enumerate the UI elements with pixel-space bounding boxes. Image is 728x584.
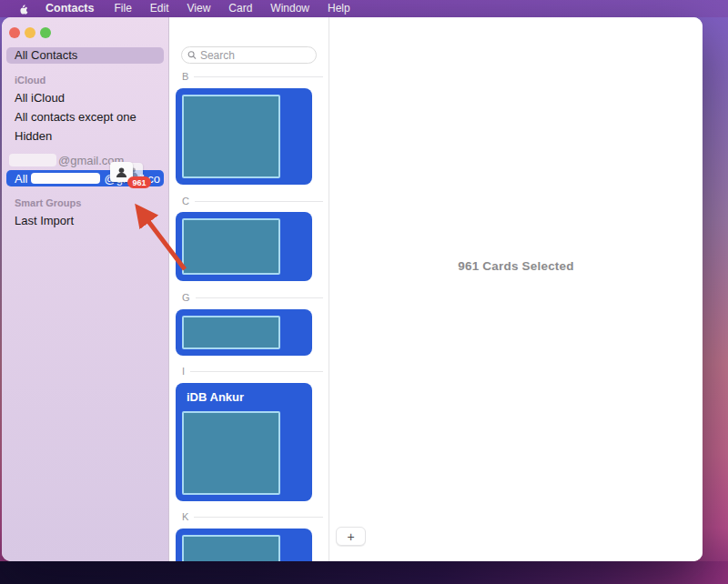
section-rule	[190, 371, 323, 372]
sidebar-item-all-contacts-except-one[interactable]: All contacts except one	[15, 110, 168, 125]
section-letter: I	[182, 366, 185, 377]
sidebar-item-all-icloud[interactable]: All iCloud	[15, 91, 168, 106]
sidebar-item-hidden[interactable]: Hidden	[15, 129, 168, 144]
menu-item-card[interactable]: Card	[219, 0, 261, 17]
contact-list-item-selected[interactable]	[176, 309, 312, 356]
close-button[interactable]	[9, 27, 20, 38]
redacted-contact-entry	[182, 535, 280, 561]
sidebar-section-icloud: iCloud	[15, 75, 168, 86]
redacted-account-name	[9, 154, 56, 166]
redacted-account-name	[31, 173, 100, 184]
section-letter: C	[182, 196, 189, 206]
detail-pane: 961 Cards Selected +	[329, 17, 703, 561]
desktop-wallpaper	[0, 561, 728, 584]
section-header-b: B	[182, 71, 323, 82]
section-letter: G	[182, 292, 190, 303]
search-field[interactable]	[181, 46, 317, 64]
redacted-contact-entry	[182, 316, 280, 349]
menu-item-help[interactable]: Help	[318, 0, 359, 17]
window-controls	[2, 17, 168, 38]
search-input[interactable]	[200, 49, 310, 62]
selection-count-message: 961 Cards Selected	[329, 259, 703, 273]
redacted-contact-entry	[182, 218, 280, 275]
sidebar-item-last-import[interactable]: Last Import	[15, 214, 168, 228]
plus-icon: +	[347, 530, 354, 543]
minimize-button[interactable]	[25, 27, 35, 38]
redacted-contact-entry	[182, 411, 280, 495]
drag-count-badge: 961	[127, 176, 151, 188]
menu-item-edit[interactable]: Edit	[141, 0, 178, 17]
section-letter: K	[182, 511, 188, 522]
apple-menu[interactable]	[11, 3, 35, 15]
section-rule	[196, 297, 323, 298]
section-header-i: I	[182, 366, 323, 377]
contact-list: B C G I iDB Ankur K	[169, 17, 329, 561]
menu-item-contacts[interactable]: Contacts	[35, 0, 105, 17]
section-rule	[195, 201, 323, 202]
contact-list-item-selected[interactable]	[176, 212, 312, 281]
contacts-window: All Contacts iCloud All iCloud All conta…	[2, 17, 703, 561]
contact-list-item-selected[interactable]	[176, 529, 312, 561]
sidebar-item-all-contacts[interactable]: All Contacts	[6, 47, 164, 64]
sidebar-section-smart-groups: Smart Groups	[15, 197, 168, 209]
contact-list-item-selected[interactable]	[176, 88, 312, 185]
apple-logo-icon	[17, 3, 29, 15]
menu-bar: Contacts File Edit View Card Window Help	[0, 0, 728, 17]
contact-list-item-idb-ankur[interactable]: iDB Ankur	[176, 383, 312, 501]
contact-name: iDB Ankur	[176, 383, 312, 404]
drag-ghost[interactable]: 961	[110, 162, 148, 183]
selected-account-prefix: All	[15, 172, 27, 186]
section-header-k: K	[182, 511, 323, 522]
zoom-button[interactable]	[40, 27, 51, 38]
section-letter: B	[182, 71, 188, 82]
section-rule	[194, 517, 323, 518]
menu-item-file[interactable]: File	[105, 0, 140, 17]
sidebar: All Contacts iCloud All iCloud All conta…	[2, 17, 169, 561]
add-contact-button[interactable]: +	[336, 527, 366, 546]
section-rule	[194, 76, 323, 77]
menu-item-view[interactable]: View	[178, 0, 220, 17]
menu-item-window[interactable]: Window	[261, 0, 318, 17]
section-header-c: C	[182, 196, 323, 206]
redacted-contact-entry	[182, 95, 280, 178]
section-header-g: G	[182, 292, 323, 303]
search-icon	[187, 50, 197, 60]
